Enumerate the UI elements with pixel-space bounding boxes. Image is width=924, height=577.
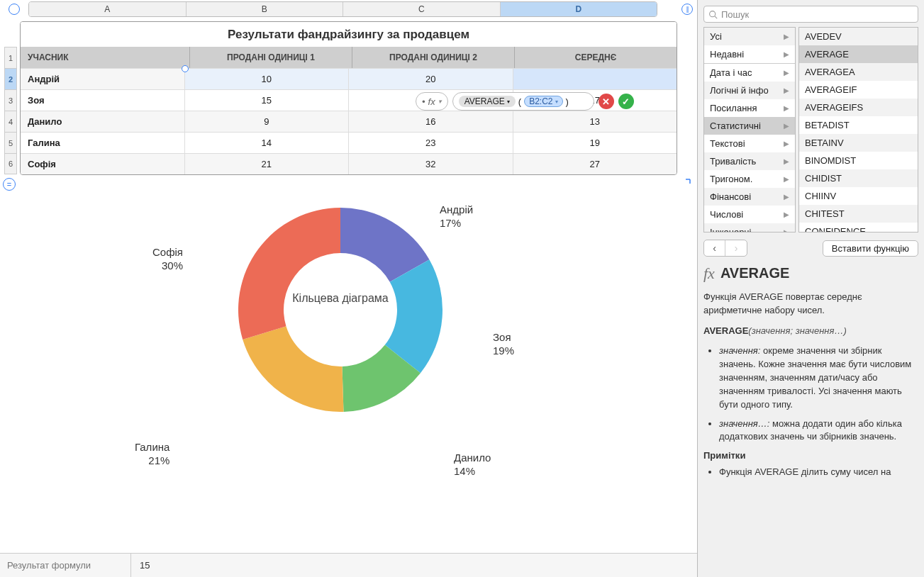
function-item[interactable]: AVERAGE: [799, 45, 918, 63]
category-item[interactable]: Тригоном.▶: [704, 170, 795, 188]
function-item[interactable]: CONFIDENCE: [799, 223, 918, 233]
cell[interactable]: 23: [349, 133, 513, 153]
row-header-1[interactable]: 1: [4, 47, 17, 68]
function-help: fxAVERAGE Функція AVERAGE повертає серед…: [703, 262, 918, 577]
column-header-cell[interactable]: ПРОДАНІ ОДИНИЦІ 1: [190, 47, 352, 68]
chart-label-danylo: Данило14%: [454, 452, 491, 478]
column-header-cell[interactable]: ПРОДАНІ ОДИНИЦІ 2: [352, 47, 515, 68]
row-header-4[interactable]: 4: [4, 111, 17, 132]
category-item[interactable]: Інженерні▶: [704, 223, 795, 233]
chart-label-andrii: Андрій17%: [440, 203, 473, 230]
category-list[interactable]: Усі▶Недавні▶Дата і час▶Логічні й інфо▶По…: [703, 27, 796, 233]
function-item[interactable]: BETADIST: [799, 116, 918, 134]
column-header-A[interactable]: A: [29, 2, 187, 16]
range-token[interactable]: B2:C2▾: [524, 96, 562, 107]
cell[interactable]: 14: [185, 133, 350, 153]
help-forward-button[interactable]: ›: [725, 240, 747, 256]
category-item[interactable]: Статистичні▶: [704, 117, 795, 135]
add-column-handle[interactable]: ||: [677, 1, 697, 17]
donut-slice: [243, 326, 343, 412]
cell[interactable]: 19: [513, 133, 677, 153]
table-select-all-handle[interactable]: [0, 1, 28, 17]
cell[interactable]: 10: [185, 69, 350, 89]
fx-icon: fx: [703, 262, 715, 285]
table-row[interactable]: Данило91613: [21, 111, 677, 132]
function-item[interactable]: CHITEST: [799, 205, 918, 223]
formula-editor[interactable]: •fx▾ AVERAGE▾ ( B2:C2▾ ) ✕ ✓: [416, 92, 634, 111]
category-item[interactable]: Фінансові▶: [704, 188, 795, 206]
help-title: AVERAGE: [720, 263, 789, 284]
chart-label-sofiya: Софія30%: [152, 246, 183, 273]
formula-result-label: Результат формули: [0, 554, 131, 577]
row-header-2[interactable]: 2: [4, 68, 17, 89]
formula-result-bar: Результат формули 15: [0, 553, 697, 577]
category-item[interactable]: Усі▶: [704, 28, 795, 45]
insert-function-button[interactable]: Вставити функцію: [823, 240, 918, 257]
category-item[interactable]: Логічні й інфо▶: [704, 82, 795, 99]
function-item[interactable]: AVERAGEA: [799, 63, 918, 81]
chart-label-zoya: Зоя19%: [493, 331, 514, 358]
cell[interactable]: 32: [349, 154, 513, 174]
function-item[interactable]: AVERAGEIF: [799, 81, 918, 99]
function-list[interactable]: AVEDEVAVERAGEAVERAGEAAVERAGEIFAVERAGEIFS…: [798, 27, 918, 233]
category-item[interactable]: Тривалість▶: [704, 152, 795, 170]
function-item[interactable]: AVEDEV: [799, 28, 918, 45]
cell[interactable]: 27: [513, 154, 677, 174]
help-signature: AVERAGE(значення; значення…): [703, 325, 915, 338]
formula-result-value: 15: [131, 554, 697, 577]
svg-point-0: [710, 11, 716, 16]
cell[interactable]: Софія: [21, 154, 185, 174]
category-item[interactable]: Текстові▶: [704, 135, 795, 152]
donut-slice: [238, 208, 340, 340]
cell[interactable]: 20: [349, 69, 513, 89]
cell[interactable]: [513, 69, 677, 89]
search-input[interactable]: Пошук: [703, 6, 918, 23]
category-item[interactable]: Дата і час▶: [704, 64, 795, 82]
function-item[interactable]: AVERAGEIFS: [799, 99, 918, 116]
row-header-6[interactable]: 6: [4, 153, 17, 174]
chart-center-label: Кільцева діаграма: [262, 292, 418, 305]
column-header-D[interactable]: D: [501, 2, 657, 16]
cell[interactable]: 16: [349, 111, 513, 132]
table-row[interactable]: Софія213227: [21, 153, 677, 174]
donut-chart[interactable]: Кільцева діаграма Андрій17% Зоя19% Данил…: [0, 175, 697, 182]
function-item[interactable]: CHIDIST: [799, 169, 918, 187]
column-headers: ABCD: [28, 1, 657, 17]
search-icon: [708, 10, 718, 19]
cell[interactable]: Зоя: [21, 90, 185, 111]
cell[interactable]: Данило: [21, 111, 185, 132]
table-header-row: УЧАСНИКПРОДАНІ ОДИНИЦІ 1ПРОДАНІ ОДИНИЦІ …: [21, 47, 677, 68]
row-headers: 123456: [0, 21, 20, 175]
function-item[interactable]: CHIINV: [799, 187, 918, 205]
cell[interactable]: 21: [185, 154, 350, 174]
help-nav[interactable]: ‹ ›: [703, 240, 747, 257]
column-header-cell[interactable]: УЧАСНИК: [21, 47, 190, 68]
function-token[interactable]: AVERAGE▾: [459, 96, 516, 107]
column-header-cell[interactable]: СЕРЕДНЄ: [515, 47, 677, 68]
help-notes-heading: Примітки: [703, 449, 915, 463]
function-item[interactable]: BINOMDIST: [799, 152, 918, 169]
help-summary: Функція AVERAGE повертає середнє арифмет…: [703, 291, 915, 318]
table-row[interactable]: Андрій1020: [21, 68, 677, 89]
table-title: Результати фандрайзингу за продавцем: [21, 22, 677, 47]
category-item[interactable]: Числові▶: [704, 206, 795, 223]
cell[interactable]: 13: [513, 111, 677, 132]
cell[interactable]: 15: [185, 90, 350, 111]
column-header-B[interactable]: B: [187, 2, 344, 16]
help-notes-line: Функція AVERAGE ділить суму чисел на: [719, 466, 915, 479]
cell[interactable]: Андрій: [21, 69, 185, 89]
row-header-5[interactable]: 5: [4, 132, 17, 153]
cell[interactable]: 9: [185, 111, 350, 132]
help-back-button[interactable]: ‹: [704, 240, 725, 256]
category-item[interactable]: Недавні▶: [704, 45, 795, 63]
function-item[interactable]: BETAINV: [799, 134, 918, 152]
column-header-C[interactable]: C: [343, 2, 501, 16]
table-row[interactable]: Галина142319: [21, 132, 677, 153]
cancel-formula-button[interactable]: ✕: [599, 94, 614, 109]
category-item[interactable]: Посилання▶: [704, 99, 795, 117]
row-header-3[interactable]: 3: [4, 89, 17, 111]
confirm-formula-button[interactable]: ✓: [618, 94, 634, 109]
donut-svg: [227, 196, 454, 423]
fx-dropdown[interactable]: •fx▾: [416, 92, 448, 111]
cell[interactable]: Галина: [21, 133, 185, 153]
